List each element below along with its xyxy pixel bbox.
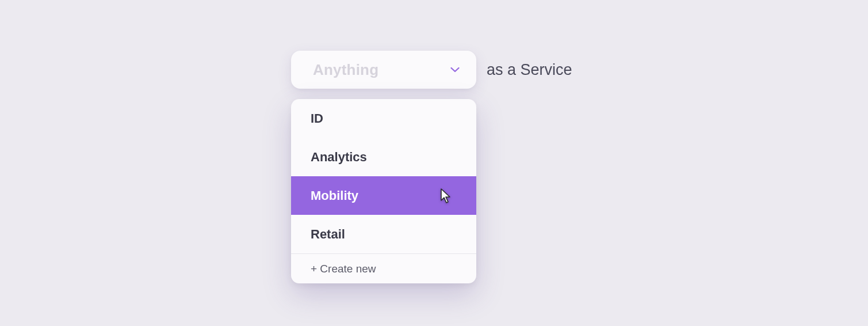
menu-item-retail[interactable]: Retail [291,215,476,253]
menu-item-label: Analytics [311,150,367,165]
chevron-down-icon [450,65,460,75]
dropdown-menu: ID Analytics Mobility Retail + Create ne… [291,99,476,283]
suffix-label: as a Service [487,51,572,89]
menu-item-id[interactable]: ID [291,99,476,138]
menu-item-label: Mobility [311,188,358,203]
dropdown-wrapper: Anything ID Analytics Mobility [291,51,476,89]
dropdown-placeholder: Anything [313,61,378,79]
menu-item-label: Retail [311,227,345,242]
menu-item-analytics[interactable]: Analytics [291,138,476,176]
menu-item-mobility[interactable]: Mobility [291,176,476,215]
cursor-icon [439,188,452,204]
menu-item-label: ID [311,111,323,126]
menu-create-label: + Create new [311,263,376,275]
menu-create-new[interactable]: + Create new [291,253,476,283]
dropdown-trigger[interactable]: Anything [291,51,476,89]
